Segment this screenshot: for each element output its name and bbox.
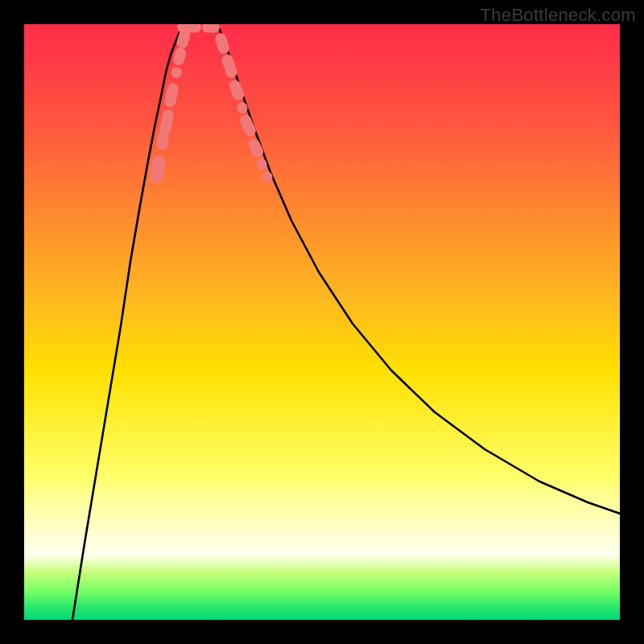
chart-svg — [24, 24, 620, 620]
chart-curves — [72, 24, 620, 620]
marker-left-markers-2 — [159, 109, 175, 136]
chart-markers — [150, 24, 273, 184]
marker-right-markers-3 — [237, 102, 248, 114]
marker-left-markers-5 — [172, 47, 188, 67]
watermark-text: TheBottleneck.com — [481, 5, 636, 26]
marker-bottom-markers-1 — [202, 24, 220, 33]
marker-left-markers-4 — [171, 67, 182, 78]
marker-right-markers-4 — [238, 113, 258, 138]
marker-right-markers-6 — [257, 159, 267, 170]
marker-right-markers-7 — [262, 171, 273, 183]
marker-left-markers-3 — [163, 82, 180, 108]
curve-right-branch — [217, 24, 620, 514]
chart-frame — [24, 24, 620, 620]
marker-bottom-markers-0 — [177, 24, 201, 33]
marker-left-markers-0 — [150, 155, 167, 184]
marker-right-markers-1 — [220, 53, 238, 80]
